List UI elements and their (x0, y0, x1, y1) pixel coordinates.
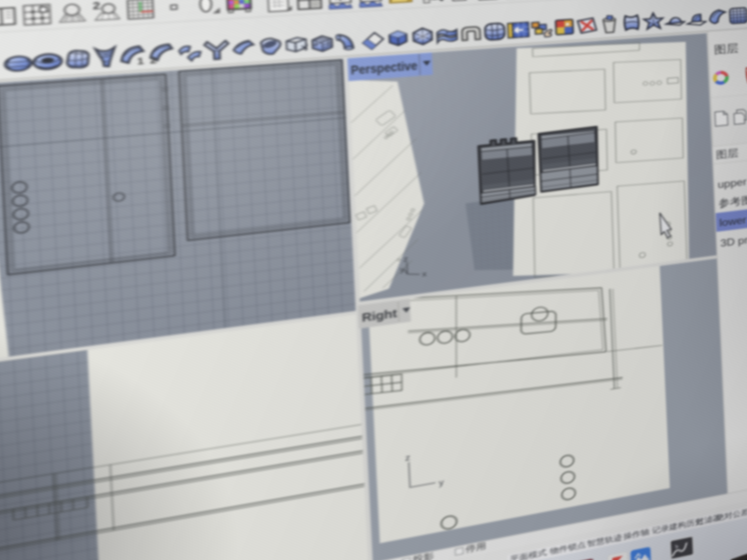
soft-box-icon[interactable] (67, 50, 89, 69)
right-axis-y-label: y (439, 478, 444, 487)
page-grid-icon[interactable] (268, 0, 292, 12)
persp-axis-z-label: z (403, 255, 408, 264)
four-viewports-icon[interactable] (298, 0, 321, 9)
bowtie-icon[interactable] (624, 15, 639, 30)
colored-quad-icon[interactable] (555, 19, 574, 35)
rounded-grid-ball-icon[interactable] (485, 23, 505, 41)
cplane-axes-icon[interactable] (128, 0, 153, 19)
dot-icon[interactable] (171, 5, 177, 9)
right-axis-z-label: z (405, 453, 410, 462)
persp-axis-x-label: x (422, 269, 427, 278)
pane-wave-icon[interactable] (359, 0, 382, 7)
tray-model-left[interactable] (478, 136, 537, 204)
tray-model-right[interactable] (539, 127, 599, 192)
grid-nodes-icon[interactable] (24, 4, 51, 25)
persp-axis-y-label: y (400, 265, 405, 274)
pane-split-icon[interactable] (0, 8, 15, 26)
photo-of-monitor: 2 (0, 0, 747, 560)
front-reference-image (87, 315, 368, 560)
plane-x-icon[interactable] (577, 18, 597, 33)
osnap-checkbox-11[interactable] (455, 548, 463, 555)
panel-arrow-icon[interactable] (508, 22, 529, 38)
new-layer-icon[interactable] (715, 111, 728, 126)
viewport-top[interactable] (0, 58, 356, 361)
dense-grid-icon[interactable] (729, 7, 747, 24)
rhino-app-window: 2 (0, 0, 747, 560)
